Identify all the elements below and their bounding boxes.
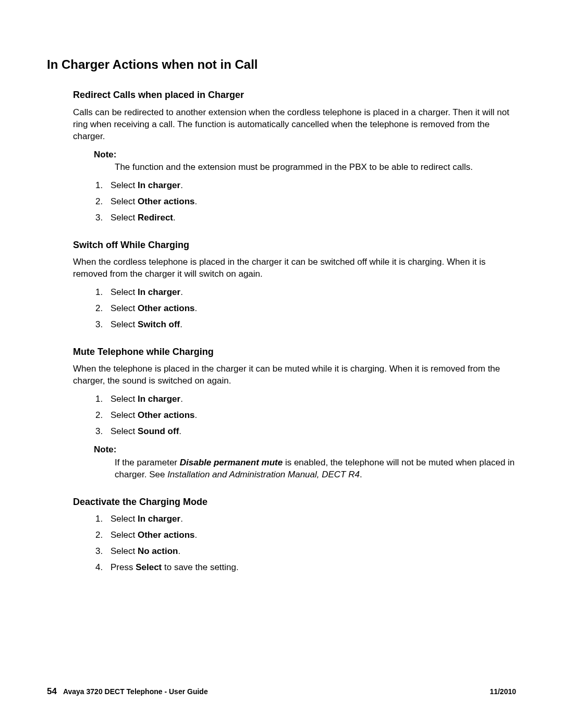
note-span: If the parameter	[115, 458, 180, 467]
step-suffix: to save the setting.	[162, 562, 238, 572]
note-italic: Installation and Administration Manual, …	[167, 470, 360, 479]
footer-left: 54 Avaya 3720 DECT Telephone - User Guid…	[47, 686, 208, 698]
step-suffix: .	[179, 426, 181, 436]
step-suffix: .	[180, 394, 183, 404]
note-bold-italic: Disable permanent mute	[180, 458, 283, 467]
step-text: Select	[111, 410, 138, 420]
step-bold: Other actions	[138, 196, 195, 206]
step-text: Select	[111, 180, 138, 190]
step-suffix: .	[195, 530, 198, 540]
step-item: Select Sound off.	[105, 426, 516, 438]
note-mute: Note: If the parameter Disable permanent…	[94, 444, 516, 481]
step-text: Select	[111, 426, 138, 436]
note-label: Note:	[94, 149, 516, 161]
steps-mute: Select In charger. Select Other actions.…	[94, 393, 516, 438]
step-bold: Switch off	[138, 319, 180, 329]
footer-doc-title: Avaya 3720 DECT Telephone - User Guide	[63, 687, 208, 697]
intro-switchoff: When the cordless telephone is placed in…	[73, 256, 516, 280]
step-text: Select	[111, 394, 138, 404]
step-text: Select	[111, 287, 138, 297]
step-item: Select In charger.	[105, 287, 516, 299]
footer: 54 Avaya 3720 DECT Telephone - User Guid…	[47, 686, 516, 698]
steps-switchoff: Select In charger. Select Other actions.…	[94, 287, 516, 331]
step-bold: In charger	[138, 514, 180, 524]
heading-switchoff: Switch off While Charging	[73, 239, 516, 251]
step-suffix: .	[180, 180, 183, 190]
note-redirect: Note: The function and the extension mus…	[94, 149, 516, 174]
note-text: If the parameter Disable permanent mute …	[115, 457, 516, 481]
document-page: In Charger Actions when not in Call Redi…	[0, 0, 563, 728]
step-suffix: .	[180, 319, 182, 329]
heading-redirect: Redirect Calls when placed in Charger	[73, 89, 516, 101]
step-text: Press	[111, 562, 136, 572]
step-item: Select Other actions.	[105, 410, 516, 422]
section-mute: Mute Telephone while Charging When the t…	[73, 346, 516, 481]
step-item: Select Other actions.	[105, 196, 516, 208]
step-item: Select Switch off.	[105, 319, 516, 331]
step-text: Select	[111, 530, 138, 540]
note-text: The function and the extension must be p…	[115, 162, 516, 174]
step-suffix: .	[180, 514, 183, 524]
step-item: Select In charger.	[105, 180, 516, 192]
step-suffix: .	[195, 303, 198, 313]
step-text: Select	[111, 213, 138, 223]
steps-deactivate: Select In charger. Select Other actions.…	[94, 513, 516, 574]
step-item: Select In charger.	[105, 393, 516, 405]
section-deactivate: Deactivate the Charging Mode Select In c…	[73, 496, 516, 574]
step-suffix: .	[195, 196, 198, 206]
step-item: Select Other actions.	[105, 303, 516, 315]
step-bold: In charger	[138, 180, 180, 190]
step-suffix: .	[173, 213, 176, 223]
footer-date: 11/2010	[489, 687, 516, 697]
note-label: Note:	[94, 444, 516, 456]
step-item: Select No action.	[105, 546, 516, 558]
step-bold: Other actions	[138, 530, 195, 540]
intro-redirect: Calls can be redirected to another exten…	[73, 107, 516, 143]
step-text: Select	[111, 546, 138, 556]
step-item: Select Other actions.	[105, 529, 516, 541]
step-text: Select	[111, 514, 138, 524]
step-text: Select	[111, 319, 138, 329]
step-suffix: .	[195, 410, 198, 420]
section-redirect: Redirect Calls when placed in Charger Ca…	[73, 89, 516, 224]
step-bold: In charger	[138, 287, 180, 297]
page-title: In Charger Actions when not in Call	[47, 56, 516, 73]
step-bold: Redirect	[138, 213, 173, 223]
page-number: 54	[47, 686, 57, 698]
step-text: Select	[111, 303, 138, 313]
step-item: Select Redirect.	[105, 212, 516, 224]
step-item: Select In charger.	[105, 513, 516, 525]
heading-mute: Mute Telephone while Charging	[73, 346, 516, 358]
step-bold: Sound off	[138, 426, 179, 436]
step-item: Press Select to save the setting.	[105, 562, 516, 574]
section-switchoff: Switch off While Charging When the cordl…	[73, 239, 516, 331]
step-bold: Other actions	[138, 303, 195, 313]
step-bold: Other actions	[138, 410, 195, 420]
step-bold: In charger	[138, 394, 180, 404]
step-bold: No action	[138, 546, 178, 556]
step-suffix: .	[180, 287, 183, 297]
steps-redirect: Select In charger. Select Other actions.…	[94, 180, 516, 224]
note-span: .	[360, 470, 362, 479]
step-suffix: .	[178, 546, 180, 556]
step-text: Select	[111, 196, 138, 206]
heading-deactivate: Deactivate the Charging Mode	[73, 496, 516, 508]
intro-mute: When the telephone is placed in the char…	[73, 363, 516, 387]
step-bold: Select	[136, 562, 162, 572]
